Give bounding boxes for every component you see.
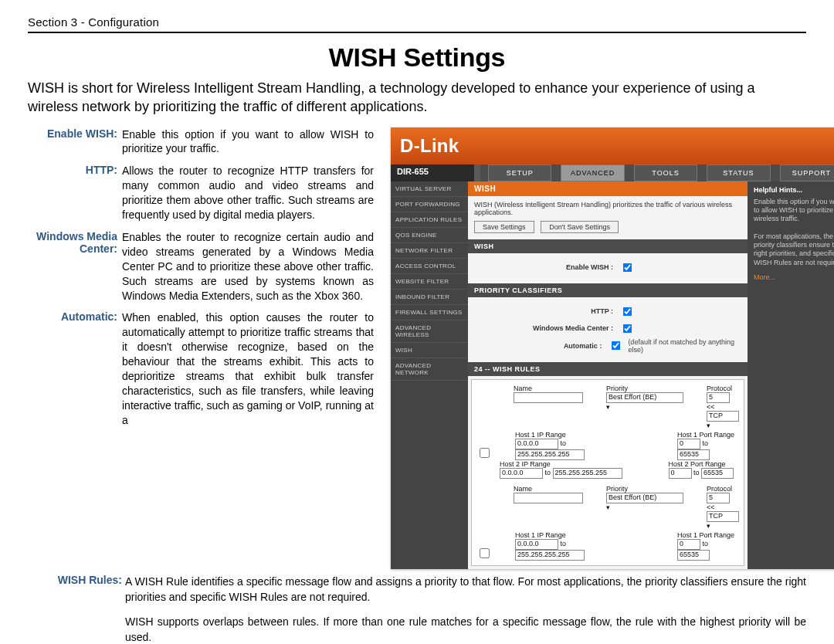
protocol-sep-2: << [707,503,715,511]
to-label-4: to [693,469,700,476]
enable-wish-label: Enable WISH : [474,263,619,271]
intro-paragraph: WISH is short for Wireless Intelligent S… [28,79,806,117]
def-text-http: Allows the router to recognize HTTP tran… [122,164,374,222]
rule-enable-2[interactable] [480,548,490,558]
h1ip-label: Host 1 IP Range [515,431,631,439]
section-header: Section 3 - Configuration [28,15,159,29]
to-label-2: to [703,439,709,447]
rule-protocol-num[interactable]: 5 [707,392,730,403]
auto-label: Automatic : [474,342,608,350]
dont-save-settings-button[interactable]: Don't Save Settings [541,221,619,233]
rule2-protocol-select[interactable]: TCP [707,511,739,522]
http-label: HTTP : [474,307,619,315]
section-rules: 24 -- WISH RULES [468,362,748,376]
rule2-protocol-label: Protocol [707,485,739,493]
nav-firewall-settings[interactable]: FIREWALL SETTINGS [391,305,468,320]
rule-enable-1[interactable] [480,448,490,458]
panel-title: WISH [468,181,748,196]
enable-wish-checkbox[interactable] [623,263,632,272]
auto-note: (default if not matched by anything else… [628,338,741,354]
rule2-priority-select[interactable]: Best Effort (BE) [606,493,683,503]
h1port-to[interactable]: 65535 [677,449,710,460]
nav-network-filter[interactable]: NETWORK FILTER [391,243,468,259]
h2port-from[interactable]: 0 [669,468,692,479]
section-classifiers: PRIORITY CLASSIFIERS [468,283,748,297]
h2port-to[interactable]: 65535 [701,468,734,479]
rule-block-1: Name Priority Best Effort (BE) ▾ Protoco… [476,385,739,479]
hints-p1: Enable this option if you want to allow … [754,198,834,224]
hints-panel: Helpful Hints... Enable this option if y… [748,181,834,569]
save-settings-button[interactable]: Save Settings [474,221,534,233]
def-label-wish-rules: WISH Rules: [28,574,125,644]
to-label: to [561,439,567,447]
h2ip-from[interactable]: 0.0.0.0 [500,468,543,479]
rule-block-2: Name Priority Best Effort (BE) ▾ Protoco… [476,485,739,561]
rule-priority-label: Priority [606,385,683,392]
h1ip-to[interactable]: 255.255.255.255 [515,449,585,460]
tab-tools[interactable]: TOOLS [634,164,697,181]
rule2-priority-label: Priority [606,485,683,493]
def-label-http: HTTP: [28,164,122,222]
definition-list: Enable WISH: Enable this option if you w… [28,127,374,569]
r2-h1ip-to[interactable]: 255.255.255.255 [515,550,585,561]
rule-name-input[interactable] [514,392,583,403]
hints-more-link[interactable]: More... [754,273,834,282]
rule-name-label: Name [514,385,583,392]
section-wish: WISH [468,239,748,253]
nav-virtual-server[interactable]: VIRTUAL SERVER [391,181,468,197]
hints-p2: For most applications, the priority clas… [754,232,834,267]
nav-application-rules[interactable]: APPLICATION RULES [391,212,468,228]
nav-qos-engine[interactable]: QOS ENGINE [391,228,468,243]
tab-status[interactable]: STATUS [707,164,770,181]
rule-top [28,32,806,33]
model-label: DIR-655 [391,164,480,181]
r2-h1ip-from[interactable]: 0.0.0.0 [515,539,558,550]
h2port-label: Host 2 Port Range [669,460,734,468]
nav-advanced-wireless[interactable]: ADVANCED WIRELESS [391,320,468,343]
to-label-6: to [703,540,709,547]
http-checkbox[interactable] [623,307,632,316]
def-label-automatic: Automatic: [28,310,122,427]
wish-rules-p1: A WISH Rule identifies a specific messag… [125,574,806,605]
h1port-from[interactable]: 0 [677,439,700,449]
def-text-wmc: Enables the router to recognize certain … [122,230,374,303]
tab-setup[interactable]: SETUP [488,164,551,181]
rule2-name-input[interactable] [514,493,583,503]
side-nav: VIRTUAL SERVER PORT FORWARDING APPLICATI… [391,181,468,569]
h1port-label: Host 1 Port Range [677,431,739,439]
r2-h1port-from[interactable]: 0 [677,539,700,550]
brand-bar: D-Link [391,127,834,164]
h1ip-from[interactable]: 0.0.0.0 [515,439,558,449]
brand-logo: D-Link [400,135,459,157]
to-label-5: to [561,540,567,547]
panel-desc: WISH (Wireless Intelligent Stream Handli… [474,201,741,216]
nav-port-forwarding[interactable]: PORT FORWARDING [391,197,468,212]
def-text-automatic: When enabled, this option causes the rou… [122,310,374,427]
r2-h1port-to[interactable]: 65535 [677,550,710,561]
nav-inbound-filter[interactable]: INBOUND FILTER [391,290,468,305]
rule2-name-label: Name [514,485,583,493]
hints-title: Helpful Hints... [754,186,834,195]
auto-checkbox[interactable] [612,341,621,351]
rule-protocol-select[interactable]: TCP [707,411,739,422]
nav-access-control[interactable]: ACCESS CONTROL [391,259,468,274]
protocol-sep: << [707,403,715,411]
def-label-wmc: Windows Media Center: [28,230,122,303]
page-title: WISH Settings [28,42,806,73]
rule-priority-select[interactable]: Best Effort (BE) [606,392,683,403]
wmc-checkbox[interactable] [623,324,632,333]
router-screenshot: D-Link DIR-655 SETUP ADVANCED TOOLS STAT… [391,127,834,569]
rule2-protocol-num[interactable]: 5 [707,493,730,503]
nav-website-filter[interactable]: WEBSITE FILTER [391,274,468,290]
nav-wish[interactable]: WISH [391,343,468,358]
h2ip-label: Host 2 IP Range [500,460,622,468]
def-text-enable-wish: Enable this option if you want to allow … [122,127,374,157]
h2ip-to[interactable]: 255.255.255.255 [553,468,622,479]
def-label-enable-wish: Enable WISH: [28,127,122,157]
r2-h1ip-label: Host 1 IP Range [515,531,631,539]
wmc-label: Windows Media Center : [474,324,619,332]
r2-h1port-label: Host 1 Port Range [677,531,739,539]
tab-advanced[interactable]: ADVANCED [561,164,624,181]
nav-advanced-network[interactable]: ADVANCED NETWORK [391,358,468,381]
tab-support[interactable]: SUPPORT [780,164,834,181]
